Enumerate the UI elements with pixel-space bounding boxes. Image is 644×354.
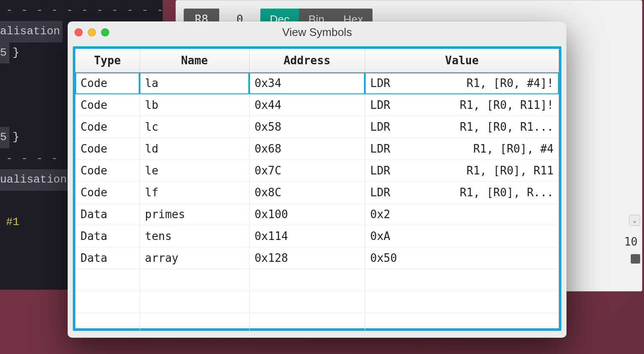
value-op: LDR: [370, 164, 391, 177]
cell-address: 0x58: [249, 116, 365, 138]
cell-type: Code: [75, 138, 140, 160]
cell-empty: [140, 313, 249, 335]
cell-empty: [249, 269, 365, 291]
table-row[interactable]: Codela0x34LDRR1, [R0, #4]!: [75, 72, 559, 94]
cell-empty: [140, 269, 249, 291]
value-args: R1, [R0], R11: [390, 164, 554, 177]
cell-type: Data: [75, 204, 140, 225]
cell-type: Code: [75, 182, 140, 204]
cell-empty: [75, 269, 140, 291]
cell-value: LDRR1, [R0], #4: [365, 138, 559, 160]
table-row[interactable]: Codeld0x68LDRR1, [R0], #4: [75, 138, 559, 160]
symbols-table-wrap: Type Name Address Value Codela0x34LDRR1,…: [73, 46, 561, 331]
cell-value: LDRR1, [R0], R...: [365, 182, 559, 204]
cell-empty: [365, 269, 559, 291]
cell-address: 0x7C: [249, 160, 365, 182]
cell-empty: [75, 313, 140, 335]
close-icon[interactable]: [75, 28, 83, 36]
minimize-icon[interactable]: [88, 28, 96, 36]
window-traffic-lights: [75, 28, 109, 36]
col-header-value[interactable]: Value: [365, 49, 559, 72]
cell-name: lc: [140, 116, 249, 138]
cell-empty: [365, 291, 559, 313]
scrollbar-down-icon[interactable]: ⌄: [629, 215, 640, 226]
table-row-empty: [75, 269, 559, 291]
cell-type: Code: [75, 72, 140, 94]
value-op: LDR: [370, 99, 391, 111]
table-row[interactable]: Dataarray0x1280x50: [75, 247, 559, 269]
value-op: LDR: [370, 142, 391, 155]
table-row[interactable]: Datatens0x1140xA: [75, 225, 559, 247]
cell-empty: [140, 291, 249, 313]
table-row[interactable]: Codelb0x44LDRR1, [R0, R11]!: [75, 94, 559, 116]
cell-name: array: [140, 247, 249, 269]
editor-gutter: alisation: [0, 21, 63, 42]
editor-gutter: 5: [0, 42, 9, 63]
value-args: R1, [R0, R1...: [390, 120, 554, 133]
editor-text: }: [13, 131, 20, 144]
value-op: LDR: [370, 120, 391, 133]
cell-empty: [75, 291, 140, 313]
cell-name: lf: [140, 182, 249, 204]
editor-text: }: [13, 46, 20, 59]
cell-value: LDRR1, [R0, R1...: [365, 116, 559, 138]
editor-text: #1: [6, 216, 19, 228]
cell-empty: [249, 313, 365, 335]
cell-name: la: [140, 72, 249, 94]
col-header-type[interactable]: Type: [75, 49, 140, 72]
value-args: R1, [R0, R11]!: [390, 99, 554, 111]
table-row[interactable]: Codelf0x8CLDRR1, [R0], R...: [75, 182, 559, 204]
table-row[interactable]: Codelc0x58LDRR1, [R0, R1...: [75, 116, 559, 138]
window-titlebar[interactable]: View Symbols: [68, 21, 566, 43]
editor-text: - - - - - - - - - - - - - -: [6, 4, 163, 17]
value-args: [397, 252, 554, 264]
cell-name: lb: [140, 94, 249, 116]
cell-value: LDRR1, [R0, R11]!: [365, 94, 559, 116]
value-args: [390, 208, 554, 221]
table-row[interactable]: Codele0x7CLDRR1, [R0], R11: [75, 160, 559, 182]
cell-type: Data: [75, 247, 140, 269]
table-row-empty: [75, 313, 559, 335]
cell-address: 0x100: [249, 204, 365, 225]
editor-gutter: ualisation: [0, 169, 69, 190]
col-header-name[interactable]: Name: [140, 49, 249, 72]
table-row-empty: [75, 291, 559, 313]
value-args: R1, [R0], #4: [390, 142, 554, 155]
col-header-address[interactable]: Address: [249, 49, 365, 72]
cell-value: 0x2: [365, 204, 559, 225]
cell-name: tens: [140, 225, 249, 247]
cell-address: 0x68: [249, 138, 365, 160]
value-args: R1, [R0], R...: [390, 186, 554, 199]
table-row[interactable]: Dataprimes0x1000x2: [75, 204, 559, 225]
cell-value: 0xA: [365, 225, 559, 247]
cell-type: Code: [75, 116, 140, 138]
symbols-table[interactable]: Type Name Address Value Codela0x34LDRR1,…: [75, 49, 559, 335]
cell-address: 0x44: [249, 94, 365, 116]
window-title: View Symbols: [68, 26, 566, 39]
value-op: 0x2: [370, 208, 391, 221]
cell-address: 0x114: [249, 225, 365, 247]
cell-name: ld: [140, 138, 249, 160]
side-number: 10: [624, 235, 638, 248]
view-symbols-window: View Symbols Type Name Address Value Cod…: [68, 21, 566, 338]
cell-type: Data: [75, 225, 140, 247]
editor-gutter: 5: [0, 127, 9, 148]
maximize-icon[interactable]: [101, 28, 109, 36]
cell-address: 0x128: [249, 247, 365, 269]
editor-line: - - - - - - - - - - - - - -: [0, 0, 163, 21]
value-op: 0x50: [370, 252, 397, 264]
value-args: R1, [R0, #4]!: [390, 77, 554, 90]
cell-address: 0x8C: [249, 182, 365, 204]
scrollbar-thumb[interactable]: [631, 254, 640, 264]
cell-value: 0x50: [365, 247, 559, 269]
cell-empty: [249, 291, 365, 313]
cell-name: primes: [140, 204, 249, 225]
cell-empty: [365, 313, 559, 335]
cell-name: le: [140, 160, 249, 182]
value-op: LDR: [370, 186, 391, 199]
cell-value: LDRR1, [R0, #4]!: [365, 72, 559, 94]
value-args: [390, 230, 554, 243]
cell-type: Code: [75, 94, 140, 116]
cell-type: Code: [75, 160, 140, 182]
cell-address: 0x34: [249, 72, 365, 94]
